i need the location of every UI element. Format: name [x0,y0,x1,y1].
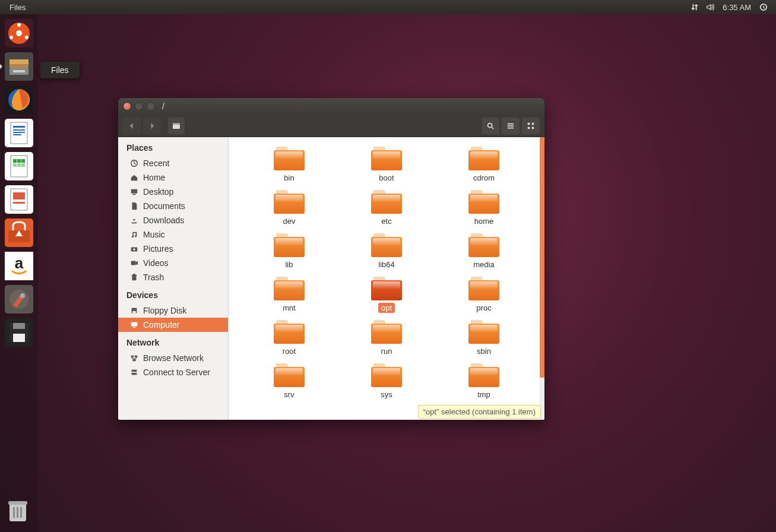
view-grid-button[interactable] [522,118,540,134]
svg-rect-16 [13,159,17,163]
launcher-calc-icon[interactable] [4,151,34,182]
clock[interactable]: 6:35 AM [718,3,756,12]
launcher-impress-icon[interactable] [4,184,34,215]
session-indicator-icon[interactable] [756,3,771,11]
video-icon [130,259,138,267]
sidebar-heading: Places [118,137,228,156]
view-list-button[interactable] [502,118,520,134]
folder-home[interactable]: home [435,190,533,226]
launcher-dash-icon[interactable] [4,18,34,49]
folder-etc[interactable]: etc [338,190,435,226]
app-menu-label[interactable]: Files [5,3,30,12]
sidebar-item-computer[interactable]: Computer [118,318,228,332]
folder-icon [468,147,499,170]
content-pane[interactable]: binbootcdromdevetchomeliblib64mediamntop… [229,137,544,420]
folder-cdrom[interactable]: cdrom [435,147,533,183]
folder-boot[interactable]: boot [338,147,435,183]
download-icon [130,216,138,224]
minimize-button[interactable] [135,102,143,110]
sidebar-heading: Devices [118,284,228,303]
svg-rect-31 [13,323,25,329]
sidebar-item-pictures[interactable]: Pictures [118,242,228,256]
launcher-files-icon[interactable] [4,51,34,82]
launcher: a [0,14,38,532]
svg-point-3 [9,36,13,39]
scrollbar[interactable] [540,137,544,420]
folder-dev[interactable]: dev [240,190,338,226]
svg-rect-37 [20,507,22,518]
folder-label: cdrom [470,173,498,183]
sound-indicator-icon[interactable] [702,3,718,11]
sidebar-item-browse-network[interactable]: Browse Network [118,351,228,365]
folder-lib[interactable]: lib [240,233,338,270]
svg-rect-39 [173,123,180,125]
folder-mnt[interactable]: mnt [240,277,338,313]
folder-label: srv [281,390,297,400]
folder-media[interactable]: media [435,233,533,270]
window-title: / [162,102,164,111]
toolbar [118,115,544,137]
folder-label: mnt [280,303,299,313]
sidebar-item-documents[interactable]: Documents [118,199,228,213]
svg-rect-46 [131,189,138,194]
sidebar-item-trash[interactable]: Trash [118,270,228,284]
folder-proc[interactable]: proc [435,277,533,313]
scrollbar-thumb[interactable] [540,137,544,378]
folder-sys[interactable]: sys [338,363,435,400]
svg-rect-42 [532,122,534,125]
svg-rect-21 [21,163,25,167]
folder-label: root [280,346,299,356]
sidebar-item-home[interactable]: Home [118,170,228,185]
close-button[interactable] [123,102,131,110]
svg-rect-36 [17,507,18,518]
svg-rect-23 [13,192,25,200]
svg-rect-52 [132,311,135,314]
pathbar-root-icon[interactable] [168,118,185,134]
sidebar-item-label: Recent [143,159,169,168]
sidebar-item-videos[interactable]: Videos [118,256,228,270]
desktop-icon [130,188,138,196]
doc-icon [130,202,138,210]
folder-run[interactable]: run [338,320,435,356]
back-button[interactable] [123,118,141,134]
home-icon [130,173,138,182]
sidebar-item-label: Music [143,230,165,239]
folder-icon [274,363,305,387]
folder-srv[interactable]: srv [240,363,338,400]
svg-rect-58 [132,370,137,372]
network-indicator-icon[interactable] [687,3,702,11]
folder-root[interactable]: root [240,320,338,356]
computer-icon [130,321,138,329]
svg-point-40 [488,123,492,127]
launcher-settings-icon[interactable] [4,284,34,315]
sidebar-item-recent[interactable]: Recent [118,156,228,170]
svg-point-29 [20,293,25,298]
svg-rect-11 [13,126,25,128]
clock-icon [130,159,138,167]
folder-opt[interactable]: opt [338,277,435,313]
folder-lib64[interactable]: lib64 [338,233,435,270]
launcher-software-icon[interactable] [4,217,34,248]
launcher-firefox-icon[interactable] [4,84,34,115]
folder-icon [468,190,499,214]
sidebar-item-floppy-disk[interactable]: Floppy Disk [118,303,228,318]
launcher-trash-icon[interactable] [4,495,34,526]
folder-tmp[interactable]: tmp [435,363,533,400]
folder-label: dev [280,216,299,226]
camera-icon [130,245,138,253]
launcher-floppy-icon[interactable] [4,317,34,348]
forward-button[interactable] [143,118,161,134]
svg-rect-55 [131,356,134,358]
sidebar-item-connect-to-server[interactable]: Connect to Server [118,365,228,379]
sidebar-item-desktop[interactable]: Desktop [118,185,228,199]
launcher-amazon-icon[interactable]: a [4,251,34,281]
titlebar[interactable]: / [118,98,544,115]
folder-sbin[interactable]: sbin [435,320,533,356]
sidebar-item-music[interactable]: Music [118,227,228,242]
maximize-button[interactable] [147,102,155,110]
search-button[interactable] [482,118,499,134]
sidebar-item-downloads[interactable]: Downloads [118,213,228,227]
launcher-writer-icon[interactable] [4,118,34,148]
folder-grid: binbootcdromdevetchomeliblib64mediamntop… [229,137,544,420]
folder-bin[interactable]: bin [240,147,338,183]
